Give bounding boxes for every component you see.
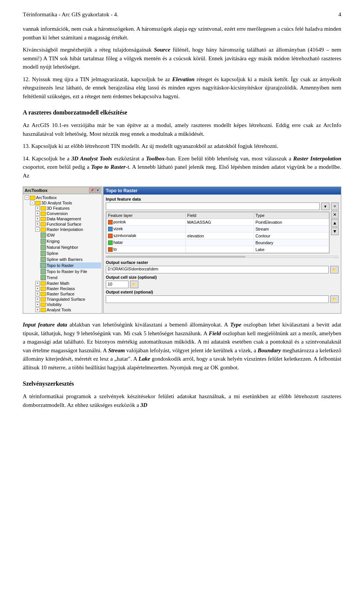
expand-icon[interactable]: + xyxy=(35,302,40,307)
tree-item-analysttools[interactable]: + Analyst Tools xyxy=(35,307,101,312)
tree-item-3dfeatures[interactable]: + 3D Features xyxy=(35,206,101,211)
tool-icon xyxy=(41,275,46,280)
tree-item-triangulated-surface[interactable]: + Triangulated Surface xyxy=(35,297,101,302)
output-raster-input[interactable]: D:\ORAK\GIS\domborzat\dem xyxy=(106,266,329,273)
tool-icon xyxy=(41,232,46,238)
expand-icon[interactable]: + xyxy=(35,281,40,286)
tool-icon xyxy=(41,239,46,244)
output-cellsize-label: Output cell size (optional) xyxy=(106,275,339,279)
feature-input[interactable] xyxy=(106,203,320,210)
tree-item-rastermath[interactable]: + Raster Math xyxy=(35,281,101,286)
tree-item-datamanagement[interactable]: + Data Management xyxy=(35,216,101,221)
folder-icon xyxy=(41,303,46,307)
tree-item-naturalneighbor[interactable]: Natural Neighbor xyxy=(40,244,101,250)
output-cellsize-input[interactable]: 10 xyxy=(106,281,129,288)
paragraph-1: vannak információk, nem csak a háromszög… xyxy=(23,25,341,42)
output-cellsize-section: Output cell size (optional) 10 📁 xyxy=(106,275,339,288)
folder-icon xyxy=(41,308,46,312)
folder-icon xyxy=(41,281,46,286)
folder-icon xyxy=(41,292,46,296)
table-row: hatar Boundary xyxy=(107,239,329,246)
tree-item-trend[interactable]: Trend xyxy=(40,275,101,281)
folder-icon xyxy=(35,201,41,205)
add-row-btn[interactable]: + xyxy=(331,203,339,210)
row-icon xyxy=(108,247,113,252)
dropdown-btn[interactable]: ▼ xyxy=(321,203,329,210)
pin-icon[interactable]: 📌 xyxy=(89,188,94,193)
tool-icon xyxy=(41,257,46,262)
input-section-label: Input feature data xyxy=(106,197,339,201)
folder-icon xyxy=(41,217,46,221)
expand-icon[interactable]: + xyxy=(35,308,40,312)
expand-icon[interactable]: − xyxy=(35,227,40,232)
input-table-container: Feature layer Field Type pontok MAGASSAG… xyxy=(106,212,329,253)
arctoolbox-panel: ArcToolbox 📌 ✕ − ArcToolbox − 3D Analyst… xyxy=(23,187,102,314)
expand-icon[interactable]: + xyxy=(35,222,40,226)
input-table: Feature layer Field Type pontok MAGASSAG… xyxy=(106,212,329,253)
expand-icon[interactable]: − xyxy=(25,195,29,200)
expand-icon[interactable]: − xyxy=(30,201,35,205)
move-down-btn[interactable]: ▼ xyxy=(331,228,339,235)
table-row: to Lake xyxy=(107,246,329,253)
paragraph-4: 12. Nyissuk meg újra a TIN jelmagyarázat… xyxy=(23,75,341,101)
output-extent-input[interactable] xyxy=(106,295,329,303)
folder-icon xyxy=(41,297,46,301)
row-icon xyxy=(108,234,113,238)
close-icon[interactable]: ✕ xyxy=(95,188,100,193)
tree-item-rasterreclass[interactable]: + Raster Reclass xyxy=(35,286,101,291)
tree-item-3d-analyst[interactable]: − 3D Analyst Tools xyxy=(29,200,101,206)
tree-item-topotorasterbyfile[interactable]: Topo to Raster by File xyxy=(40,268,101,275)
tree-item-topotoraster[interactable]: Topo to Raster xyxy=(40,262,101,268)
tool-icon xyxy=(41,269,46,274)
folder-icon xyxy=(41,206,46,210)
output-raster-section: Output surface raster D:\ORAK\GIS\dombor… xyxy=(106,260,339,273)
expand-icon[interactable]: + xyxy=(35,211,40,216)
tree-item-idw[interactable]: IDW xyxy=(40,232,101,238)
paragraph-8: Input feature data ablakban van lehetősé… xyxy=(23,320,341,372)
screenshot-area: ArcToolbox 📌 ✕ − ArcToolbox − 3D Analyst… xyxy=(23,187,341,314)
table-row: pontok MAGASSAG PointElevation xyxy=(107,219,329,226)
dialog-titlebar: Topo to Raster xyxy=(104,187,341,195)
tree-item-splinewbarriers[interactable]: Spline with Barriers xyxy=(40,256,101,262)
cellsize-browse-btn[interactable]: 📁 xyxy=(130,281,138,288)
tree-item-visibility[interactable]: + Visibility xyxy=(35,302,101,307)
section2-heading: Szelvényszerkesztés xyxy=(23,379,341,388)
delete-row-btn[interactable]: ✕ xyxy=(331,211,339,218)
extent-browse-btn[interactable]: 📁 xyxy=(330,295,339,303)
tree-item-spline[interactable]: Spline xyxy=(40,250,101,256)
move-up-btn[interactable]: ▲ xyxy=(331,219,339,227)
folder-icon xyxy=(41,228,46,232)
folder-icon xyxy=(41,287,46,291)
expand-icon[interactable]: + xyxy=(35,286,40,291)
row-icon xyxy=(108,220,113,224)
output-cellsize-row: 10 📁 xyxy=(106,281,339,288)
tool-icon xyxy=(41,245,46,250)
tree-item-rasterinterpolation[interactable]: − Raster Interpolation xyxy=(35,227,101,232)
arctoolbox-titlebar: ArcToolbox 📌 ✕ xyxy=(23,187,102,194)
output-raster-browse-btn[interactable]: 📁 xyxy=(330,266,339,273)
paragraph-5: Az ArcGIS 10.1-es verziójába már be van … xyxy=(23,121,341,138)
titlebar-icons: 📌 ✕ xyxy=(89,188,100,193)
table-row: vizek Stream xyxy=(107,226,329,232)
tool-icon xyxy=(41,263,46,268)
topo-dialog: Topo to Raster Input feature data ▼ xyxy=(103,187,341,314)
expand-icon[interactable]: + xyxy=(35,297,40,301)
tree-item-arctoolbox[interactable]: − ArcToolbox xyxy=(24,195,101,200)
tree-item-kriging[interactable]: Kriging xyxy=(40,238,101,244)
col-header-layer: Feature layer xyxy=(107,212,186,219)
folder-icon xyxy=(41,222,46,226)
tool-icon xyxy=(41,251,46,256)
input-table-area: ▼ Feature layer Field Type xyxy=(106,203,339,256)
output-raster-row: D:\ORAK\GIS\domborzat\dem 📁 xyxy=(106,266,339,273)
tree-item-rastersurface[interactable]: + Raster Surface xyxy=(35,291,101,297)
col-header-type: Type xyxy=(254,212,329,219)
paragraph-9: A térinformatikai programok a szelvények… xyxy=(23,392,341,409)
expand-icon[interactable]: + xyxy=(35,292,40,296)
expand-icon[interactable]: + xyxy=(35,217,40,221)
expand-icon[interactable]: + xyxy=(35,206,40,210)
table-row: szintvonalak elevation Contour xyxy=(107,232,329,239)
tree-item-functionalsurface[interactable]: + Functional Surface xyxy=(35,221,101,227)
tree-item-conversion[interactable]: + Conversion xyxy=(35,211,101,216)
horizontal-scrollbar[interactable]: ··· xyxy=(106,256,339,258)
col-header-field: Field xyxy=(185,212,254,219)
